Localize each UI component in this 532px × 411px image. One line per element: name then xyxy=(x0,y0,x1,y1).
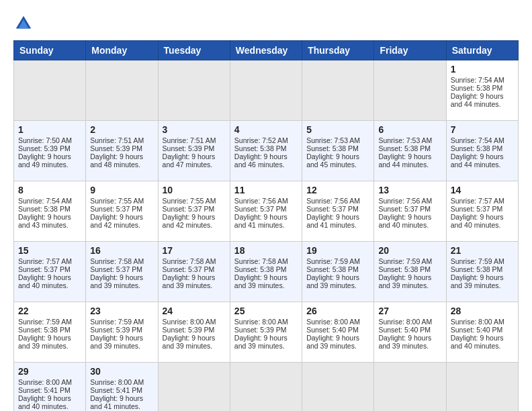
daylight-text: Daylight: 9 hours and 39 minutes. xyxy=(306,334,369,350)
sunrise-text: Sunrise: 7:54 AM xyxy=(451,136,514,144)
calendar-cell xyxy=(302,363,374,412)
day-number: 17 xyxy=(163,245,226,256)
sunrise-text: Sunrise: 8:00 AM xyxy=(378,318,441,326)
calendar-cell xyxy=(14,60,86,121)
calendar-cell xyxy=(374,363,446,412)
daylight-text: Daylight: 9 hours and 46 minutes. xyxy=(234,152,298,169)
daylight-text: Daylight: 9 hours and 45 minutes. xyxy=(306,152,369,169)
day-number: 30 xyxy=(90,366,153,377)
daylight-text: Daylight: 9 hours and 42 minutes. xyxy=(90,213,153,229)
daylight-text: Daylight: 9 hours and 44 minutes. xyxy=(451,92,514,108)
calendar-cell: 18Sunrise: 7:58 AMSunset: 5:38 PMDayligh… xyxy=(230,242,302,302)
sunrise-text: Sunrise: 7:51 AM xyxy=(90,136,153,144)
daylight-text: Daylight: 9 hours and 44 minutes. xyxy=(451,152,514,169)
sunset-text: Sunset: 5:39 PM xyxy=(90,144,153,152)
calendar-cell: 1Sunrise: 7:50 AMSunset: 5:39 PMDaylight… xyxy=(14,121,86,181)
sunset-text: Sunset: 5:37 PM xyxy=(90,265,153,273)
daylight-text: Daylight: 9 hours and 39 minutes. xyxy=(163,334,226,350)
sunset-text: Sunset: 5:38 PM xyxy=(378,265,441,273)
calendar-week-row: 15Sunrise: 7:57 AMSunset: 5:37 PMDayligh… xyxy=(14,242,519,302)
day-number: 7 xyxy=(451,124,514,135)
sunrise-text: Sunrise: 7:55 AM xyxy=(90,197,153,205)
calendar-week-row: 8Sunrise: 7:54 AMSunset: 5:38 PMDaylight… xyxy=(14,181,519,242)
day-number: 19 xyxy=(306,245,369,256)
day-number: 5 xyxy=(306,124,369,135)
calendar-cell: 27Sunrise: 8:00 AMSunset: 5:40 PMDayligh… xyxy=(374,302,446,363)
daylight-text: Daylight: 9 hours and 43 minutes. xyxy=(18,213,81,229)
calendar-cell: 30Sunrise: 8:00 AMSunset: 5:41 PMDayligh… xyxy=(86,363,158,412)
sunset-text: Sunset: 5:37 PM xyxy=(163,205,226,213)
daylight-text: Daylight: 9 hours and 41 minutes. xyxy=(234,213,298,229)
column-header-tuesday: Tuesday xyxy=(158,41,230,60)
day-number: 29 xyxy=(18,366,81,377)
daylight-text: Daylight: 9 hours and 44 minutes. xyxy=(378,152,441,169)
calendar-cell: 5Sunrise: 7:53 AMSunset: 5:38 PMDaylight… xyxy=(302,121,374,181)
calendar-cell: 12Sunrise: 7:56 AMSunset: 5:37 PMDayligh… xyxy=(302,181,374,242)
sunrise-text: Sunrise: 7:59 AM xyxy=(18,318,81,326)
day-number: 16 xyxy=(90,245,153,256)
sunrise-text: Sunrise: 7:56 AM xyxy=(378,197,441,205)
sunset-text: Sunset: 5:38 PM xyxy=(18,205,81,213)
calendar-cell: 3Sunrise: 7:51 AMSunset: 5:39 PMDaylight… xyxy=(158,121,230,181)
daylight-text: Daylight: 9 hours and 39 minutes. xyxy=(306,273,369,289)
calendar-cell: 13Sunrise: 7:56 AMSunset: 5:37 PMDayligh… xyxy=(374,181,446,242)
sunset-text: Sunset: 5:39 PM xyxy=(163,326,226,334)
calendar-week-row: 1Sunrise: 7:50 AMSunset: 5:39 PMDaylight… xyxy=(14,121,519,181)
day-number: 9 xyxy=(90,185,153,195)
calendar-cell: 14Sunrise: 7:57 AMSunset: 5:37 PMDayligh… xyxy=(446,181,518,242)
daylight-text: Daylight: 9 hours and 39 minutes. xyxy=(378,273,441,289)
day-number: 18 xyxy=(234,245,298,256)
daylight-text: Daylight: 9 hours and 39 minutes. xyxy=(378,334,441,350)
sunset-text: Sunset: 5:40 PM xyxy=(451,326,514,334)
sunset-text: Sunset: 5:38 PM xyxy=(18,326,81,334)
sunset-text: Sunset: 5:37 PM xyxy=(451,205,514,213)
day-number: 23 xyxy=(90,306,153,316)
calendar-cell: 25Sunrise: 8:00 AMSunset: 5:39 PMDayligh… xyxy=(230,302,302,363)
day-number: 13 xyxy=(378,185,441,195)
calendar-cell: 4Sunrise: 7:52 AMSunset: 5:38 PMDaylight… xyxy=(230,121,302,181)
calendar-cell: 8Sunrise: 7:54 AMSunset: 5:38 PMDaylight… xyxy=(14,181,86,242)
sunset-text: Sunset: 5:40 PM xyxy=(306,326,369,334)
sunset-text: Sunset: 5:39 PM xyxy=(18,144,81,152)
calendar-cell xyxy=(158,60,230,121)
sunset-text: Sunset: 5:40 PM xyxy=(378,326,441,334)
sunset-text: Sunset: 5:38 PM xyxy=(306,144,369,152)
sunset-text: Sunset: 5:37 PM xyxy=(163,265,226,273)
column-header-monday: Monday xyxy=(86,41,158,60)
calendar-cell: 29Sunrise: 8:00 AMSunset: 5:41 PMDayligh… xyxy=(14,363,86,412)
daylight-text: Daylight: 9 hours and 39 minutes. xyxy=(234,334,298,350)
sunrise-text: Sunrise: 7:59 AM xyxy=(451,257,514,265)
sunrise-text: Sunrise: 7:59 AM xyxy=(378,257,441,265)
sunrise-text: Sunrise: 7:59 AM xyxy=(306,257,369,265)
day-number: 15 xyxy=(18,245,81,256)
daylight-text: Daylight: 9 hours and 40 minutes. xyxy=(378,213,441,229)
day-number: 20 xyxy=(378,245,441,256)
day-number: 21 xyxy=(451,245,514,256)
column-header-wednesday: Wednesday xyxy=(230,41,302,60)
calendar-cell: 2Sunrise: 7:51 AMSunset: 5:39 PMDaylight… xyxy=(86,121,158,181)
sunset-text: Sunset: 5:37 PM xyxy=(18,265,81,273)
daylight-text: Daylight: 9 hours and 40 minutes. xyxy=(451,213,514,229)
page-header xyxy=(13,13,519,34)
daylight-text: Daylight: 9 hours and 41 minutes. xyxy=(90,394,153,410)
calendar-cell: 17Sunrise: 7:58 AMSunset: 5:37 PMDayligh… xyxy=(158,242,230,302)
calendar-cell: 11Sunrise: 7:56 AMSunset: 5:37 PMDayligh… xyxy=(230,181,302,242)
daylight-text: Daylight: 9 hours and 39 minutes. xyxy=(90,273,153,289)
calendar-cell xyxy=(158,363,230,412)
sunset-text: Sunset: 5:38 PM xyxy=(378,144,441,152)
daylight-text: Daylight: 9 hours and 49 minutes. xyxy=(18,152,81,169)
sunrise-text: Sunrise: 7:54 AM xyxy=(18,197,81,205)
sunrise-text: Sunrise: 7:57 AM xyxy=(18,257,81,265)
sunset-text: Sunset: 5:41 PM xyxy=(90,386,153,394)
calendar-cell: 15Sunrise: 7:57 AMSunset: 5:37 PMDayligh… xyxy=(14,242,86,302)
daylight-text: Daylight: 9 hours and 41 minutes. xyxy=(306,213,369,229)
column-header-thursday: Thursday xyxy=(302,41,374,60)
day-number: 14 xyxy=(451,185,514,195)
sunrise-text: Sunrise: 7:56 AM xyxy=(234,197,298,205)
sunrise-text: Sunrise: 8:00 AM xyxy=(90,378,153,386)
daylight-text: Daylight: 9 hours and 39 minutes. xyxy=(18,334,81,350)
sunset-text: Sunset: 5:41 PM xyxy=(18,386,81,394)
calendar-cell xyxy=(374,60,446,121)
day-number: 28 xyxy=(451,306,514,316)
sunrise-text: Sunrise: 8:00 AM xyxy=(306,318,369,326)
